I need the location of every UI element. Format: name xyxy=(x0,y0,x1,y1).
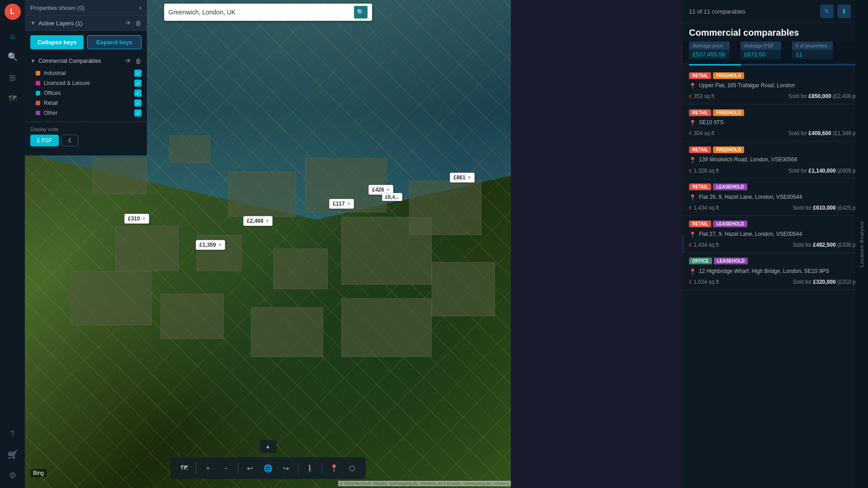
layer-item-offices: Offices xyxy=(30,88,142,98)
sqft-value-3: 1,328 sq ft xyxy=(693,168,719,174)
card-badges-3: RETAIL FREEHOLD xyxy=(689,146,744,153)
price-marker-117[interactable]: £117 xyxy=(329,199,354,209)
urban-block xyxy=(160,294,224,339)
sqft-icon-6: € xyxy=(689,279,692,285)
stat-average-psf: Average PSF £672.50 xyxy=(741,42,781,59)
retail-checkbox[interactable] xyxy=(134,99,142,107)
address-text-1: Upper Flat, 165 Trafalgar Road, London xyxy=(699,82,795,89)
edit-button[interactable]: ✎ xyxy=(820,5,834,18)
panel-collapse-handle[interactable]: › xyxy=(683,235,684,253)
card-address-2: 📍 SE10 9TS xyxy=(689,119,862,127)
card-address-4: 📍 Flat 26, 9, Hazel Lane, London, VSE005… xyxy=(689,193,862,202)
layer-item-other: Other xyxy=(30,108,142,118)
urban-block xyxy=(251,307,323,357)
location-pin-icon-5: 📍 xyxy=(689,231,696,239)
sidebar-home-btn[interactable]: ⌂ xyxy=(4,27,22,45)
collapse-keys-button[interactable]: Collapse keys xyxy=(30,35,84,49)
search-button[interactable]: 🔍 xyxy=(354,6,368,19)
sqft-info-5: € 1,434 sq ft xyxy=(689,242,719,248)
sidebar-question-btn[interactable]: ? xyxy=(4,425,22,443)
active-layers-label: Active Layers (1) xyxy=(38,20,83,27)
stat-num-properties: # of properties 11 xyxy=(792,42,833,59)
toolbar-separator-4 xyxy=(322,463,322,474)
sidebar-cart-btn[interactable]: 🛒 xyxy=(4,446,22,464)
layer-visibility-btn[interactable]: 👁 xyxy=(125,19,132,27)
card-details-6: € 1,034 sq ft Sold for £320,000 (£310 ps… xyxy=(689,279,862,285)
properties-shown-bar: Properties shown (0) ‹ xyxy=(25,0,147,16)
sidebar-layers-btn[interactable]: ⊞ xyxy=(4,69,22,87)
sidebar-map-btn[interactable]: 🗺 xyxy=(4,89,22,108)
card-header-4: RETAIL LEASEHOLD ▼ xyxy=(689,183,862,191)
sidebar-search-btn[interactable]: 🔍 xyxy=(4,48,22,66)
bing-logo: Bing xyxy=(30,469,47,477)
urban-block xyxy=(93,158,147,194)
search-bar[interactable]: 🔍 xyxy=(164,4,372,21)
unit-psf-button[interactable]: £ PSF xyxy=(30,135,59,146)
industrial-color xyxy=(36,71,40,75)
industrial-label: Industrial xyxy=(44,70,66,76)
urban-block xyxy=(341,298,432,357)
toolbar-undo-btn[interactable]: ↩ xyxy=(242,460,258,476)
location-pin-icon-6: 📍 xyxy=(689,268,696,276)
commercial-comparables-label: Commercial Comparables xyxy=(38,58,101,64)
expand-keys-button[interactable]: Expand keys xyxy=(87,35,142,49)
card-header-2: RETAIL FREEHOLD ▼ xyxy=(689,109,862,116)
sqft-icon-1: € xyxy=(689,94,692,99)
comparables-list[interactable]: RETAIL FREEHOLD ▼ 📍 Upper Flat, 165 Traf… xyxy=(683,67,868,488)
scroll-thumb xyxy=(689,64,741,66)
toolbar-zoom-in-btn[interactable]: ＋ xyxy=(200,460,216,476)
badge-freehold-2: FREEHOLD xyxy=(713,109,744,116)
sqft-info-6: € 1,034 sq ft xyxy=(689,279,719,285)
address-text-2: SE10 9TS xyxy=(699,119,724,127)
industrial-checkbox[interactable] xyxy=(134,70,142,77)
price-marker-extra1[interactable]: £8,4... xyxy=(382,193,402,201)
address-text-3: 139 Woolwich Road, London, VSE00568 xyxy=(699,156,797,164)
stat-label-avg-psf: Average PSF xyxy=(741,42,781,50)
offices-checkbox[interactable] xyxy=(134,89,142,97)
comparable-card-2: RETAIL FREEHOLD ▼ 📍 SE10 9TS € 304 sq ft… xyxy=(683,104,868,141)
right-panel-header: 11 of 11 comparables ✎ ⬇ ▲ xyxy=(683,0,868,23)
toolbar-layers-btn[interactable]: 🗺 xyxy=(176,460,192,476)
sqft-info-3: € 1,328 sq ft xyxy=(689,168,719,174)
toolbar-zoom-out-btn[interactable]: － xyxy=(218,460,234,476)
price-marker-861[interactable]: £861 xyxy=(450,173,475,183)
price-marker-1359[interactable]: £1,359 xyxy=(196,240,225,250)
other-checkbox[interactable] xyxy=(134,109,142,117)
toolbar-hex-btn[interactable]: ⬡ xyxy=(344,460,360,476)
urban-block xyxy=(432,262,495,316)
address-text-6: 12 Highbridge Wharf, High Bridge, London… xyxy=(699,267,829,275)
sidebar-settings-btn[interactable]: ⚙ xyxy=(4,466,22,484)
card-details-4: € 1,434 sq ft Sold for £610,000 (£425 ps… xyxy=(689,205,862,211)
layer-delete-btn[interactable]: 🗑 xyxy=(135,19,142,27)
unit-gbp-button[interactable]: £ xyxy=(61,135,78,146)
sqft-value-2: 304 sq ft xyxy=(693,130,714,136)
panel-collapse-btn[interactable]: ‹ xyxy=(139,4,142,12)
retail-label: Retail xyxy=(44,100,58,106)
sold-for-6: Sold for £320,000 (£310 psf) xyxy=(793,279,862,285)
layer-item-retail: Retail xyxy=(30,98,142,108)
other-color xyxy=(36,111,40,115)
layers-panel: Properties shown (0) ‹ ▼ Active Layers (… xyxy=(25,0,147,155)
licenced-color xyxy=(36,81,40,85)
toolbar-globe-btn[interactable]: 🌐 xyxy=(260,460,276,476)
location-pin-icon-2: 📍 xyxy=(689,119,696,127)
offices-label: Offices xyxy=(44,90,61,96)
toolbar-redo-btn[interactable]: ↪ xyxy=(278,460,294,476)
download-button[interactable]: ⬇ xyxy=(837,5,851,18)
badge-office-6: OFFICE xyxy=(689,258,712,264)
price-marker-310[interactable]: £310 xyxy=(124,214,149,224)
map-attribution: © 2024 Microsoft, Bluesky, Getmapping pl… xyxy=(338,481,511,486)
sqft-value-6: 1,034 sq ft xyxy=(693,279,719,285)
sold-for-3: Sold for £1,140,000 (£859 psf) xyxy=(788,168,862,174)
price-marker-2468[interactable]: £2,468 xyxy=(243,216,273,226)
location-analysis-tab[interactable]: Location Analysis xyxy=(855,0,868,488)
toolbar-up-button[interactable]: ▲ xyxy=(260,440,276,453)
card-details-3: € 1,328 sq ft Sold for £1,140,000 (£859 … xyxy=(689,168,862,174)
search-input[interactable] xyxy=(169,9,354,16)
licenced-checkbox[interactable] xyxy=(134,80,142,87)
toolbar-pin-btn[interactable]: 📍 xyxy=(326,460,342,476)
badge-retail-1: RETAIL xyxy=(689,72,711,79)
toolbar-person-btn[interactable]: 🚶 xyxy=(302,460,318,476)
cc-delete-btn[interactable]: 🗑 xyxy=(135,57,142,65)
cc-visibility-btn[interactable]: 👁 xyxy=(125,57,132,65)
